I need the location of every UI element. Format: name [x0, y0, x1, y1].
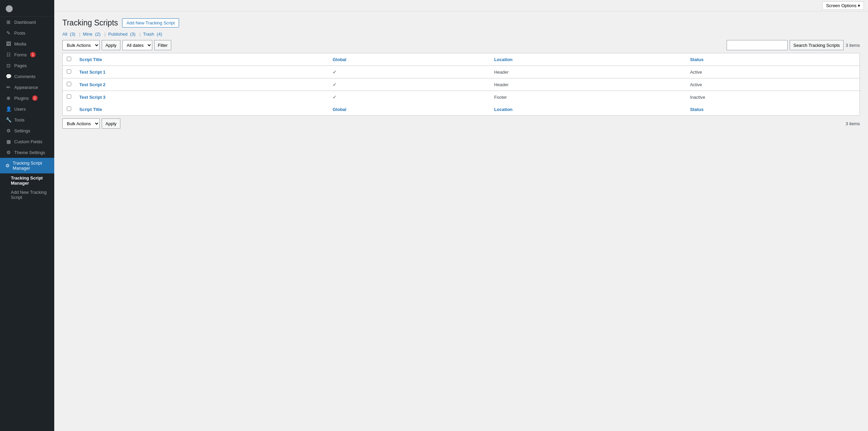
apply-button-top[interactable]: Apply	[102, 40, 120, 50]
row-location-cell: Header	[490, 78, 686, 91]
all-dates-select[interactable]: All dates	[122, 40, 152, 50]
sidebar-item-settings[interactable]: ⚙ Settings	[0, 125, 54, 136]
page-header: Tracking Scripts Add New Tracking Script	[62, 18, 860, 27]
col-footer-checkbox	[63, 103, 76, 116]
sidebar: ⬤ ⊞ Dashboard ✎ Posts 🖼 Media ☷ Forms 1 …	[0, 0, 54, 431]
sidebar-item-media[interactable]: 🖼 Media	[0, 38, 54, 49]
select-all-checkbox-bottom[interactable]	[67, 107, 71, 111]
row-status-cell: Inactive	[686, 91, 860, 104]
sidebar-subitem-tracking-script-manager[interactable]: Tracking Script Manager	[0, 173, 54, 188]
filter-sep-2: |	[104, 32, 105, 37]
sidebar-item-appearance[interactable]: ✏ Appearance	[0, 82, 54, 93]
table-body: Test Script 1 ✓ Header Active Test Scrip…	[63, 66, 860, 104]
col-header-status[interactable]: Status	[686, 53, 860, 66]
table-row: Test Script 3 ✓ Footer Inactive	[63, 91, 860, 104]
media-icon: 🖼	[5, 41, 12, 46]
row-location-cell: Header	[490, 66, 686, 78]
items-count-top: 3 items	[846, 43, 860, 48]
search-input[interactable]	[727, 40, 788, 50]
appearance-icon: ✏	[5, 85, 12, 90]
custom-fields-icon: ▦	[5, 139, 12, 144]
col-footer-location[interactable]: Location	[490, 103, 686, 116]
sidebar-item-label: Tools	[14, 117, 24, 123]
filter-button[interactable]: Filter	[154, 40, 172, 50]
sidebar-item-users[interactable]: 👤 Users	[0, 104, 54, 114]
filter-sep-1: |	[79, 32, 80, 37]
row-title-cell: Test Script 3	[75, 91, 329, 104]
search-tracking-scripts-button[interactable]: Search Tracking Scripts	[790, 40, 844, 50]
col-header-script-title[interactable]: Script Title	[75, 53, 329, 66]
sidebar-item-plugins[interactable]: ⊕ Plugins 2	[0, 93, 54, 104]
col-header-location[interactable]: Location	[490, 53, 686, 66]
sidebar-item-posts[interactable]: ✎ Posts	[0, 27, 54, 38]
col-footer-global[interactable]: Global	[329, 103, 490, 116]
row-checkbox[interactable]	[67, 69, 71, 74]
row-location-cell: Footer	[490, 91, 686, 104]
comments-icon: 💬	[5, 74, 12, 79]
items-count-bottom: 3 items	[846, 121, 860, 126]
row-global-cell: ✓	[329, 66, 490, 78]
pages-icon: ⊡	[5, 63, 12, 68]
settings-icon: ⚙	[5, 128, 12, 133]
forms-badge: 1	[30, 52, 36, 57]
theme-settings-icon: ⚙	[5, 150, 12, 155]
bulk-actions-select-top[interactable]: Bulk Actions	[62, 40, 100, 50]
filter-sep-3: |	[139, 32, 140, 37]
sidebar-item-tools[interactable]: 🔧 Tools	[0, 114, 54, 125]
global-checkmark: ✓	[333, 69, 337, 75]
row-title-cell: Test Script 2	[75, 78, 329, 91]
global-checkmark: ✓	[333, 94, 337, 100]
row-checkbox[interactable]	[67, 94, 71, 99]
toolbar-bottom: Bulk Actions Apply 3 items	[62, 118, 860, 129]
sidebar-item-theme-settings[interactable]: ⚙ Theme Settings	[0, 147, 54, 158]
apply-button-bottom[interactable]: Apply	[102, 118, 120, 129]
sidebar-item-dashboard[interactable]: ⊞ Dashboard	[0, 17, 54, 27]
row-global-cell: ✓	[329, 91, 490, 104]
toolbar-top: Bulk Actions Apply All dates Filter Sear…	[62, 40, 860, 50]
dashboard-icon: ⊞	[5, 19, 12, 25]
filter-published-link[interactable]: Published (3)	[108, 32, 138, 37]
filter-all-link[interactable]: All (3)	[62, 32, 78, 37]
col-header-global[interactable]: Global	[329, 53, 490, 66]
sidebar-item-comments[interactable]: 💬 Comments	[0, 71, 54, 82]
select-all-checkbox-top[interactable]	[67, 57, 71, 61]
sidebar-subitem-add-new-tracking-script[interactable]: Add New Tracking Script	[0, 188, 54, 202]
sidebar-submenu: Tracking Script Manager Add New Tracking…	[0, 173, 54, 202]
col-footer-status[interactable]: Status	[686, 103, 860, 116]
sidebar-item-pages[interactable]: ⊡ Pages	[0, 60, 54, 71]
sidebar-item-label: Appearance	[14, 85, 38, 90]
bulk-actions-select-bottom[interactable]: Bulk Actions	[62, 118, 100, 129]
row-status-cell: Active	[686, 78, 860, 91]
main-content: Screen Options ▾ Tracking Scripts Add Ne…	[54, 0, 868, 431]
screen-options-arrow-icon: ▾	[858, 3, 860, 8]
sidebar-item-label: Posts	[14, 31, 25, 36]
plugins-badge: 2	[32, 95, 38, 101]
filter-trash-link[interactable]: Trash (4)	[143, 32, 163, 37]
script-title-link[interactable]: Test Script 3	[79, 95, 105, 100]
content-area: Tracking Scripts Add New Tracking Script…	[54, 12, 868, 431]
table-footer-row: Script Title Global Location Status	[63, 103, 860, 116]
sidebar-item-custom-fields[interactable]: ▦ Custom Fields	[0, 136, 54, 147]
sidebar-item-label: Theme Settings	[14, 150, 45, 155]
sidebar-item-label: Comments	[14, 74, 36, 79]
sidebar-item-label: Dashboard	[14, 20, 36, 25]
users-icon: 👤	[5, 106, 12, 112]
script-title-link[interactable]: Test Script 1	[79, 70, 105, 75]
sidebar-item-tracking-script-manager[interactable]: ⚙ Tracking Script Manager	[0, 158, 54, 173]
sidebar-logo: ⬤	[0, 0, 54, 17]
page-title: Tracking Scripts	[62, 18, 118, 27]
sidebar-item-label: Pages	[14, 63, 27, 68]
toolbar-top-right: Search Tracking Scripts 3 items	[727, 40, 860, 50]
row-checkbox-cell	[63, 91, 76, 104]
table-row: Test Script 2 ✓ Header Active	[63, 78, 860, 91]
row-checkbox[interactable]	[67, 82, 71, 86]
col-footer-script-title[interactable]: Script Title	[75, 103, 329, 116]
script-title-link[interactable]: Test Script 2	[79, 82, 105, 87]
filter-mine-link[interactable]: Mine (2)	[83, 32, 103, 37]
col-header-checkbox	[63, 53, 76, 66]
tracking-scripts-table: Script Title Global Location Status	[62, 53, 860, 116]
table-header-row: Script Title Global Location Status	[63, 53, 860, 66]
screen-options-button[interactable]: Screen Options ▾	[822, 1, 864, 10]
sidebar-item-forms[interactable]: ☷ Forms 1	[0, 49, 54, 60]
add-new-tracking-script-button[interactable]: Add New Tracking Script	[122, 18, 179, 27]
